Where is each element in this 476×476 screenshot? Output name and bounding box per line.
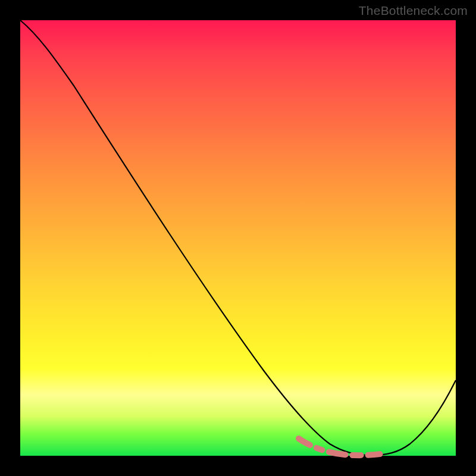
watermark: TheBottleneck.com [359, 4, 468, 18]
bottleneck-chart [20, 20, 456, 456]
bottleneck-curve-line [20, 20, 456, 455]
chart-plot-area [20, 20, 456, 456]
